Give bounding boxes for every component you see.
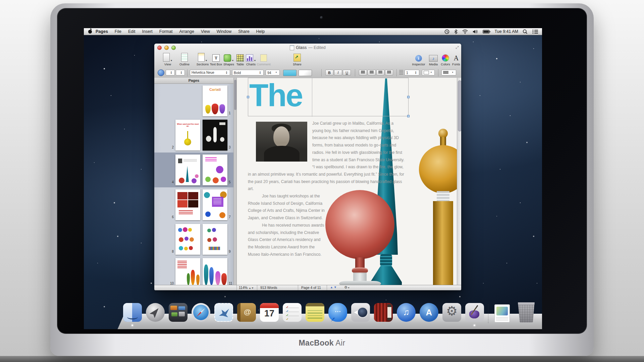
window-title: Glass — Edited (154, 44, 461, 52)
amber-glass-decanter (419, 145, 457, 193)
menu-file[interactable]: File (111, 28, 125, 35)
menu-format[interactable]: Format (156, 28, 176, 35)
menu-view[interactable]: View (198, 28, 213, 35)
align-justify-button[interactable] (385, 70, 393, 75)
text-color-well[interactable] (283, 70, 297, 76)
close-button[interactable] (157, 46, 162, 50)
page-thumbnail-4-selected[interactable] (175, 155, 200, 185)
menu-window[interactable]: Window (213, 28, 235, 35)
menu-bar-clock[interactable]: Tue 9:41 AM (495, 29, 518, 34)
spotlight-icon[interactable] (523, 29, 528, 34)
battery-icon[interactable] (483, 30, 490, 34)
font-size-field[interactable]: 94 ▼ (266, 70, 280, 75)
charts-icon (246, 54, 253, 62)
document-scrollbar[interactable] (457, 78, 461, 285)
dock-notes-icon[interactable] (306, 303, 324, 322)
dock-calendar-icon[interactable]: 17 (260, 303, 279, 322)
dock-messages-icon[interactable] (328, 303, 347, 322)
style-dropdown-small-2[interactable]: ▲▼ (176, 70, 185, 75)
notification-center-icon[interactable] (532, 29, 538, 34)
columns-dropdown[interactable]: ▼ (422, 70, 435, 75)
toolbar-fonts-button[interactable]: A Fonts (447, 52, 461, 66)
menu-insert[interactable]: Insert (139, 28, 156, 35)
thumbnail-art (205, 157, 217, 161)
dock-launchpad-icon[interactable] (146, 303, 165, 322)
dock-photo-booth-icon[interactable] (374, 303, 393, 322)
menu-edit[interactable]: Edit (125, 28, 139, 35)
volume-icon[interactable] (473, 29, 478, 34)
title-bar[interactable]: Glass — Edited ⤢ (154, 44, 461, 52)
dock-facetime-icon[interactable] (351, 303, 370, 322)
menu-pages[interactable]: Pages (92, 28, 111, 35)
align-left-button[interactable] (359, 70, 367, 75)
page-thumbnail-6[interactable] (175, 189, 200, 220)
time-machine-icon[interactable] (444, 29, 449, 34)
thumbnail-art (177, 192, 187, 199)
wifi-icon[interactable] (462, 29, 468, 34)
pages-sidebar: Pages Cariati 1 When sand and fire meet … (154, 78, 233, 285)
thumbnail-art (179, 210, 193, 214)
dock-itunes-icon[interactable] (397, 303, 416, 322)
bold-button[interactable]: B (325, 70, 333, 75)
toolbar-outline-button[interactable]: Outline (176, 52, 193, 66)
menu-help[interactable]: Help (253, 28, 268, 35)
dock-mail-icon[interactable] (214, 303, 233, 322)
page-thumbnail-3[interactable] (203, 120, 227, 150)
fullscreen-icon[interactable]: ⤢ (455, 45, 459, 50)
selection-handle-bottom-right[interactable] (407, 115, 410, 117)
paragraph-style-button[interactable] (158, 69, 164, 76)
thumbnail-art (187, 273, 190, 285)
menu-arrange[interactable]: Arrange (176, 28, 197, 35)
page-thumbnail-9[interactable] (203, 224, 227, 255)
font-family-dropdown[interactable]: Helvetica Neue ▲▼ (190, 70, 230, 75)
inspector-icon: i (415, 55, 422, 62)
page-thumbnail-11[interactable] (203, 258, 227, 285)
zoom-level-dropdown[interactable]: 114% ▲▼ (239, 286, 254, 290)
dock-trash-icon[interactable] (517, 302, 535, 322)
underline-button[interactable]: U (343, 70, 351, 75)
status-gear-menu[interactable]: ⚙▼ (344, 285, 350, 290)
font-style-dropdown[interactable]: Bold ▲▼ (232, 70, 264, 75)
minimize-button[interactable] (164, 46, 169, 50)
amber-glass-stem (437, 191, 449, 202)
page-thumbnail-8[interactable] (175, 224, 200, 255)
thumbnail-art (206, 136, 211, 142)
sidebar-scrollbar[interactable] (233, 78, 236, 285)
page-thumbnail-2[interactable]: When sand and fire meet air. (175, 120, 200, 150)
style-dropdown-small-1[interactable]: ▲▼ (166, 70, 175, 75)
dock-app-store-icon[interactable] (420, 303, 438, 322)
headline-text[interactable]: The (249, 80, 302, 111)
dock-document-icon[interactable] (494, 304, 510, 322)
apple-menu-icon[interactable] (88, 28, 92, 35)
align-center-button[interactable] (368, 70, 376, 75)
line-spacing-field[interactable]: 1 ▲▼ (405, 70, 419, 75)
document-page[interactable]: The Joe Cariati grew up in Malibu, Calif… (236, 78, 457, 285)
body-text[interactable]: Joe Cariati grew up in Malibu, Californi… (248, 120, 406, 285)
page-thumbnail-5[interactable] (203, 155, 227, 185)
page-indicator: Page 4 of 11 (301, 286, 321, 290)
italic-button[interactable]: I (334, 70, 342, 75)
page-thumbnail-7[interactable] (203, 189, 227, 220)
dock-contacts-icon[interactable] (237, 303, 256, 322)
page-nav-arrows[interactable]: ▲▼ (330, 286, 337, 289)
list-style-dropdown[interactable]: ▼ (441, 70, 456, 75)
align-right-button[interactable] (376, 70, 384, 75)
selection-handle-left[interactable] (247, 96, 249, 98)
dock-pages-icon[interactable] (465, 303, 484, 322)
dock-safari-icon[interactable] (192, 303, 210, 322)
dock-reminders-icon[interactable]: ✓ ✓ ✓ ✓ (283, 303, 302, 322)
dock-finder-icon[interactable] (123, 303, 142, 322)
selection-handle-right[interactable] (407, 96, 410, 98)
bluetooth-icon[interactable] (454, 29, 458, 34)
page-thumbnail-10[interactable] (175, 258, 200, 285)
background-color-well[interactable] (299, 70, 312, 76)
page-thumbnail-1[interactable]: Cariati (203, 85, 227, 116)
dock-mission-control-icon[interactable] (169, 303, 187, 322)
menu-share[interactable]: Share (235, 28, 253, 35)
toolbar-view-button[interactable]: ▼ View (159, 52, 176, 66)
zoom-button[interactable] (171, 46, 176, 50)
thumbnail-art (184, 247, 188, 250)
outline-icon (181, 53, 188, 62)
toolbar-share-button[interactable]: Share (288, 52, 306, 66)
dock-system-preferences-icon[interactable] (442, 303, 461, 322)
